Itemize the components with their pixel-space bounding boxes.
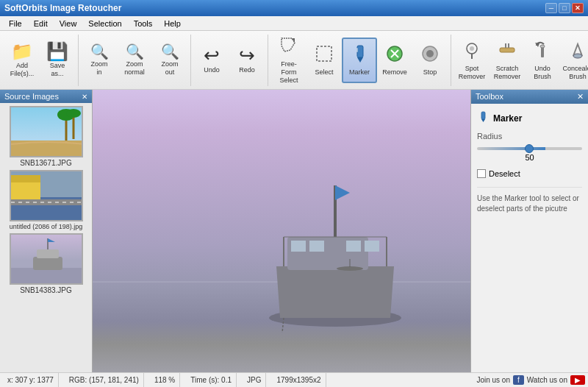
toolbox-description: Use the Marker tool to select or deselec… (477, 187, 582, 214)
status-time: Time (s): 0.1 (186, 373, 237, 387)
status-zoom: 118 % (150, 373, 180, 387)
scratch-remover-button[interactable]: ScratchRemover (490, 38, 525, 83)
menu-selection[interactable]: Selection (82, 18, 127, 29)
zoom-out-icon: 🔍 (161, 44, 179, 59)
status-format: JPG (243, 373, 266, 387)
select-button[interactable]: Select (306, 38, 342, 83)
svg-point-19 (540, 45, 545, 48)
toolbar: 📁 AddFile(s)... 💾 Saveas... 🔍 Zoomin 🔍 Z… (0, 31, 588, 90)
zoom-out-button[interactable]: 🔍 Zoomout (152, 38, 187, 83)
save-as-button[interactable]: 💾 Saveas... (40, 38, 75, 83)
youtube-button[interactable]: ▶ (570, 375, 585, 385)
main-area: Source Images ✕ (0, 90, 588, 372)
free-form-label: Free-FormSelect (273, 60, 304, 84)
zoom-in-button[interactable]: 🔍 Zoomin (82, 38, 117, 83)
svg-point-10 (426, 50, 434, 57)
status-dimensions: 1799x1395x2 (272, 373, 326, 387)
zoom-in-icon: 🔍 (90, 44, 109, 59)
toolbox-tool-icon (477, 111, 489, 126)
concealer-brush-button[interactable]: ConcealerBrush (560, 38, 588, 83)
source-name-1: untitled (2086 of 198).jpg (10, 223, 83, 230)
select-icon (314, 43, 334, 67)
window-controls: ─ □ ✕ (545, 3, 584, 13)
menu-bar: File Edit View Selection Tools Help (0, 16, 588, 31)
toolbar-group-zoom: 🔍 Zoomin 🔍 Zoomnormal 🔍 Zoomout (82, 35, 191, 86)
zoom-normal-label: Zoomnormal (124, 60, 145, 77)
add-files-button[interactable]: 📁 AddFile(s)... (4, 38, 40, 83)
spot-remover-button[interactable]: SpotRemover (454, 38, 490, 83)
save-icon: 💾 (46, 43, 68, 60)
svg-rect-41 (93, 90, 470, 372)
source-thumb-1 (10, 170, 83, 221)
free-form-select-button[interactable]: Free-FormSelect (271, 38, 306, 83)
free-form-icon (279, 35, 299, 59)
remove-label: Remove (382, 68, 407, 77)
svg-marker-1 (292, 38, 295, 43)
source-panel-close[interactable]: ✕ (82, 93, 87, 101)
menu-help[interactable]: Help (158, 18, 187, 29)
undo-button[interactable]: ↩ Undo (194, 38, 229, 83)
menu-edit[interactable]: Edit (28, 18, 54, 29)
source-item-2[interactable]: SNB14383.JPG (3, 233, 89, 294)
source-item-1[interactable]: untitled (2086 of 198).jpg (3, 170, 89, 230)
undo-brush-icon (532, 40, 553, 63)
save-label: Saveas... (50, 62, 65, 78)
source-item-0[interactable]: SNB13671.JPG (3, 106, 89, 167)
canvas-background (93, 90, 470, 372)
stop-button[interactable]: Stop (412, 38, 448, 83)
deselect-checkbox[interactable] (477, 169, 486, 178)
status-social: Join us on f Watch us on ▶ (476, 375, 585, 385)
svg-point-20 (573, 54, 582, 58)
source-name-0: SNB13671.JPG (20, 159, 72, 167)
source-panel-header: Source Images ✕ (0, 90, 92, 103)
status-rgb: RGB: (157, 181, 241) (65, 373, 144, 387)
svg-rect-57 (481, 112, 485, 119)
join-label: Join us on (476, 376, 510, 384)
select-label: Select (315, 68, 333, 77)
svg-rect-37 (33, 257, 62, 270)
redo-button[interactable]: ↪ Redo (229, 38, 265, 83)
toolbox-header: Toolbox ✕ (471, 90, 588, 104)
radius-slider[interactable] (477, 147, 582, 150)
watch-label: Watch us on (527, 376, 567, 384)
toolbox-content: Marker Radius 50 Deselect Use the Marker… (471, 104, 588, 221)
facebook-button[interactable]: f (513, 375, 524, 385)
undo-brush-button[interactable]: UndoBrush (525, 38, 560, 83)
svg-rect-36 (11, 268, 83, 285)
maximize-button[interactable]: □ (559, 3, 570, 13)
toolbar-group-retouch: SpotRemover ScratchRemover (454, 35, 588, 86)
svg-marker-17 (535, 43, 539, 47)
marker-button[interactable]: Marker (342, 38, 377, 83)
svg-rect-48 (365, 241, 379, 252)
spot-remover-icon (462, 40, 482, 63)
minimize-button[interactable]: ─ (545, 3, 557, 13)
toolbar-group-history: ↩ Undo ↪ Redo (194, 35, 268, 86)
menu-view[interactable]: View (54, 18, 83, 29)
menu-file[interactable]: File (3, 18, 28, 29)
zoom-out-label: Zoomout (161, 60, 178, 77)
stop-label: Stop (423, 68, 437, 77)
svg-marker-0 (282, 38, 295, 52)
toolbox-panel: Toolbox ✕ Marker Radius 50 Dese (470, 90, 588, 372)
radius-label: Radius (477, 132, 582, 141)
canvas-area[interactable] (93, 90, 470, 372)
status-coords: x: 307 y: 1377 (3, 373, 59, 387)
svg-rect-45 (291, 241, 306, 252)
source-panel: Source Images ✕ (0, 90, 93, 372)
toolbox-close-button[interactable]: ✕ (577, 92, 584, 102)
source-name-2: SNB14383.JPG (20, 286, 72, 294)
toolbar-group-file: 📁 AddFile(s)... 💾 Saveas... (4, 35, 79, 86)
svg-rect-14 (500, 48, 514, 52)
svg-point-12 (470, 46, 474, 51)
marker-label: Marker (349, 68, 370, 77)
svg-rect-18 (541, 47, 544, 57)
remove-button[interactable]: Remove (377, 38, 412, 83)
close-button[interactable]: ✕ (572, 3, 584, 13)
menu-tools[interactable]: Tools (128, 18, 159, 29)
add-files-icon: 📁 (11, 43, 33, 60)
zoom-normal-button[interactable]: 🔍 Zoomnormal (117, 38, 152, 83)
marker-icon (349, 43, 370, 67)
source-thumb-2 (10, 233, 83, 285)
concealer-brush-icon (567, 40, 588, 63)
toolbox-tool-name: Marker (477, 111, 582, 126)
